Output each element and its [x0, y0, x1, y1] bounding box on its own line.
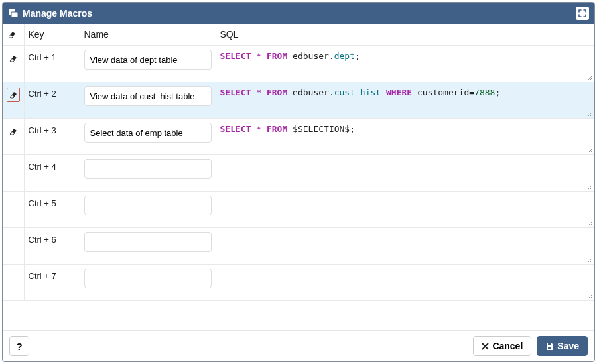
macros-icon	[8, 8, 19, 19]
eraser-icon	[7, 30, 20, 39]
svg-rect-1	[11, 12, 18, 17]
cancel-button[interactable]: Cancel	[473, 336, 531, 356]
help-button[interactable]: ?	[9, 336, 29, 356]
close-icon	[482, 343, 489, 350]
name-cell	[80, 192, 216, 228]
name-cell	[80, 265, 216, 301]
table-row: Ctrl + 1SELECT * FROM edbuser.dept;	[3, 46, 594, 82]
column-header-erase	[3, 24, 24, 46]
dialog-title: Manage Macros	[23, 8, 92, 19]
name-input[interactable]	[84, 196, 212, 215]
name-input[interactable]	[84, 269, 212, 288]
name-input[interactable]	[84, 232, 212, 252]
sql-cell[interactable]	[216, 228, 594, 265]
table-row: Ctrl + 6	[3, 228, 594, 265]
dialog-footer: ? Cancel Save	[3, 330, 594, 361]
erase-cell[interactable]	[3, 155, 24, 192]
name-cell	[80, 119, 216, 155]
eraser-icon[interactable]	[7, 88, 20, 102]
sql-editor[interactable]	[220, 232, 591, 260]
name-cell	[80, 46, 216, 82]
key-cell: Ctrl + 5	[24, 192, 80, 228]
column-header-sql: SQL	[216, 24, 594, 46]
sql-editor[interactable]	[220, 196, 591, 223]
table-row: Ctrl + 5	[3, 192, 594, 228]
name-cell	[80, 228, 216, 265]
erase-cell[interactable]	[3, 82, 24, 119]
save-icon	[545, 342, 554, 351]
manage-macros-dialog: Manage Macros Key Name	[2, 2, 595, 362]
name-input[interactable]	[84, 123, 212, 143]
sql-editor[interactable]	[220, 159, 591, 187]
key-cell: Ctrl + 3	[24, 119, 80, 155]
eraser-icon[interactable]	[7, 124, 20, 139]
cancel-label: Cancel	[492, 341, 523, 351]
sql-editor[interactable]: SELECT * FROM $SELECTION$;	[220, 123, 591, 151]
sql-editor[interactable]	[220, 269, 591, 296]
key-cell: Ctrl + 4	[24, 155, 80, 192]
name-input[interactable]	[84, 50, 212, 70]
dialog-body: Key Name SQL Ctrl + 1SELECT * FROM edbus…	[3, 24, 594, 330]
table-row: Ctrl + 3SELECT * FROM $SELECTION$;	[3, 119, 594, 155]
erase-cell[interactable]	[3, 46, 24, 82]
name-input[interactable]	[84, 86, 212, 106]
table-row: Ctrl + 7	[3, 265, 594, 301]
column-header-name: Name	[80, 24, 216, 46]
dialog-titlebar: Manage Macros	[3, 3, 594, 24]
name-cell	[80, 82, 216, 119]
sql-cell[interactable]: SELECT * FROM $SELECTION$;	[216, 119, 594, 155]
eraser-icon[interactable]	[7, 51, 20, 66]
macros-table: Key Name SQL Ctrl + 1SELECT * FROM edbus…	[3, 24, 594, 301]
erase-cell[interactable]	[3, 192, 24, 228]
sql-cell[interactable]	[216, 192, 594, 228]
key-cell: Ctrl + 1	[24, 46, 80, 82]
sql-editor[interactable]: SELECT * FROM edbuser.dept;	[220, 50, 591, 78]
key-cell: Ctrl + 6	[24, 228, 80, 265]
table-header-row: Key Name SQL	[3, 24, 594, 46]
fullscreen-button[interactable]	[576, 7, 589, 20]
key-cell: Ctrl + 7	[24, 265, 80, 301]
sql-cell[interactable]	[216, 155, 594, 192]
name-input[interactable]	[84, 159, 212, 179]
sql-cell[interactable]	[216, 265, 594, 301]
sql-cell[interactable]: SELECT * FROM edbuser.cust_hist WHERE cu…	[216, 82, 594, 119]
key-cell: Ctrl + 2	[24, 82, 80, 119]
table-row: Ctrl + 2SELECT * FROM edbuser.cust_hist …	[3, 82, 594, 119]
column-header-key: Key	[24, 24, 80, 46]
macros-scroll[interactable]: Key Name SQL Ctrl + 1SELECT * FROM edbus…	[3, 24, 594, 330]
sql-editor[interactable]: SELECT * FROM edbuser.cust_hist WHERE cu…	[220, 86, 591, 114]
erase-cell[interactable]	[3, 119, 24, 155]
save-button[interactable]: Save	[537, 336, 588, 356]
save-label: Save	[557, 341, 579, 351]
table-row: Ctrl + 4	[3, 155, 594, 192]
svg-rect-2	[548, 343, 551, 345]
svg-rect-3	[548, 347, 551, 349]
erase-cell[interactable]	[3, 265, 24, 301]
erase-cell[interactable]	[3, 228, 24, 265]
name-cell	[80, 155, 216, 192]
sql-cell[interactable]: SELECT * FROM edbuser.dept;	[216, 46, 594, 82]
